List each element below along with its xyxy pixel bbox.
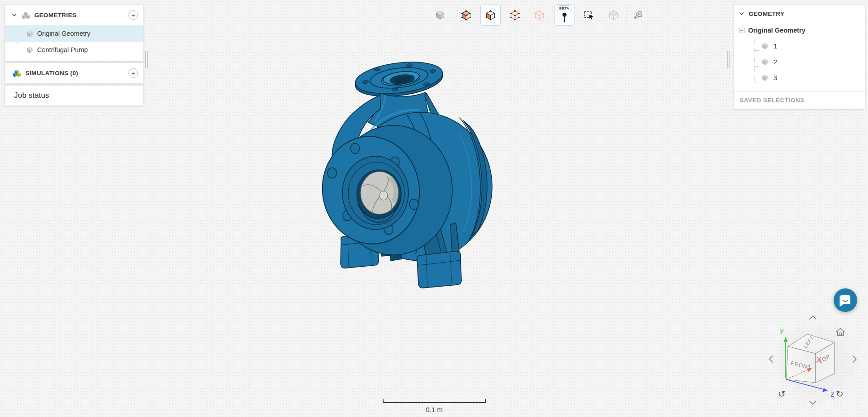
select-vertex-icon xyxy=(534,10,545,21)
chat-bubble-icon xyxy=(839,294,852,307)
select-volume-icon xyxy=(460,10,472,21)
volume-item-label: 2 xyxy=(773,58,777,66)
add-geometry-button[interactable]: + xyxy=(128,10,138,20)
navcube-shadow xyxy=(764,314,866,414)
scale-bar-label: 0.1 m xyxy=(383,406,486,413)
view-cube-menu-button[interactable] xyxy=(430,5,450,25)
tree-item-original-geometry[interactable]: Original Geometry xyxy=(5,25,143,42)
collapse-expander[interactable] xyxy=(739,28,745,33)
volume-item-2[interactable]: 2 xyxy=(734,54,865,70)
geometries-panel: GEOMETRIES + Original Geometry Centrifu xyxy=(5,5,144,61)
scale-bar: 0.1 m xyxy=(383,399,486,413)
measure-button[interactable] xyxy=(628,5,648,25)
geometry-panel: GEOMETRY Original Geometry 1 2 xyxy=(734,5,865,109)
volume-item-label: 1 xyxy=(773,43,777,50)
simulations-icon xyxy=(12,69,21,77)
volume-cube-icon xyxy=(761,74,768,81)
geometry-cube-icon xyxy=(26,30,33,38)
volume-cube-icon xyxy=(761,43,768,50)
geometries-stack-icon xyxy=(21,11,30,19)
saved-selections-title: SAVED SELECTIONS xyxy=(740,97,805,104)
tree-item-centrifugal-pump[interactable]: Centrifugal Pump xyxy=(5,42,143,58)
geometry-panel-header[interactable]: GEOMETRY xyxy=(734,5,865,22)
isolate-cube-icon xyxy=(608,10,619,21)
tree-item-label: Original Geometry xyxy=(37,30,90,37)
select-vertices-button xyxy=(529,5,549,25)
chevron-down-icon xyxy=(739,11,745,17)
dropdown-corner-icon xyxy=(445,20,448,23)
select-face-icon xyxy=(485,10,496,21)
simulations-header[interactable]: SIMULATIONS (0) + xyxy=(5,63,143,83)
geometry-root-label: Original Geometry xyxy=(748,27,806,34)
scale-bar-line xyxy=(383,399,486,403)
beta-badge: BETA xyxy=(556,5,572,11)
probe-point-button[interactable]: BETA xyxy=(554,4,574,26)
saved-selections-section[interactable]: SAVED SELECTIONS xyxy=(734,91,865,109)
chat-support-button[interactable] xyxy=(834,288,857,312)
tree-item-label: Centrifugal Pump xyxy=(37,46,88,53)
probe-pin-icon xyxy=(559,12,570,24)
job-status-title: Job status xyxy=(14,91,49,100)
add-simulation-button[interactable]: + xyxy=(128,68,138,78)
simulations-panel: SIMULATIONS (0) + xyxy=(5,62,144,84)
gray-cube-icon xyxy=(435,10,446,20)
volume-item-label: 3 xyxy=(773,74,777,81)
geometries-header[interactable]: GEOMETRIES + xyxy=(5,5,143,25)
volume-item-3[interactable]: 3 xyxy=(734,70,865,86)
select-faces-button[interactable] xyxy=(480,4,501,26)
geometries-title: GEOMETRIES xyxy=(34,12,76,19)
navigation-cube-widget[interactable]: FRONT TOP LEFT X y z ↺ ↻ xyxy=(764,314,866,414)
box-select-icon xyxy=(583,9,594,21)
left-panel-resize-handle[interactable] xyxy=(145,51,149,68)
volume-item-1[interactable]: 1 xyxy=(734,38,865,54)
chevron-down-icon xyxy=(11,12,17,18)
right-panel-resize-handle[interactable] xyxy=(727,51,730,68)
pump-3d-model[interactable] xyxy=(312,54,502,326)
job-status-panel: Job status xyxy=(5,85,144,106)
volume-cube-icon xyxy=(761,58,768,66)
geometry-root-item[interactable]: Original Geometry xyxy=(734,22,865,38)
select-volumes-button[interactable] xyxy=(456,5,476,25)
select-edges-button[interactable] xyxy=(505,5,525,25)
geometry-cube-icon xyxy=(26,46,33,54)
isolate-selection-button xyxy=(603,5,623,25)
geometry-panel-title: GEOMETRY xyxy=(749,10,784,17)
box-select-button[interactable] xyxy=(579,5,598,25)
simulations-title: SIMULATIONS (0) xyxy=(25,70,78,77)
select-edge-icon xyxy=(509,10,521,21)
measure-tape-icon xyxy=(632,9,645,21)
